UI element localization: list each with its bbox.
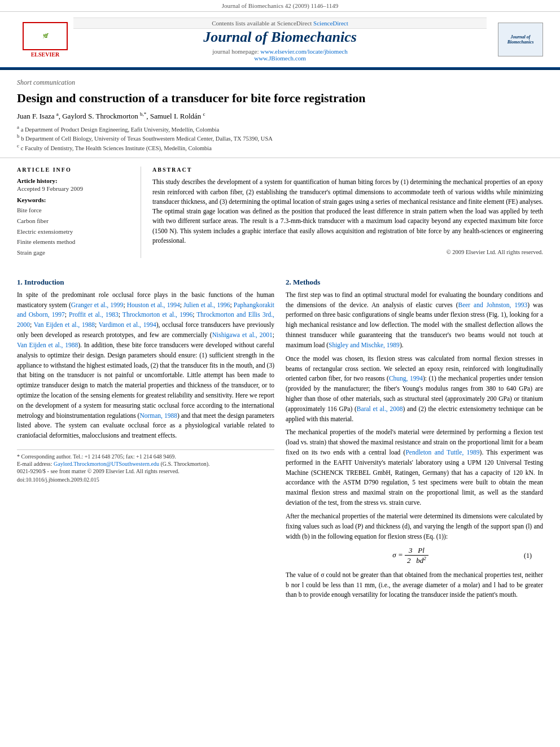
biom-logo-box: Journal ofBiomechanics xyxy=(498,23,543,56)
page: Journal of Biomechanics 42 (2009) 1146–1… xyxy=(0,0,560,747)
section2-para1: The first step was to find an optimal st… xyxy=(286,290,543,351)
ref-granger[interactable]: Granger et al., 1999 xyxy=(71,302,124,308)
formula-line: σ = 3 Pl 2 bd2 (1) xyxy=(286,546,543,565)
keywords-label: Keywords: xyxy=(17,196,132,203)
keyword-3: Electric extensiometry xyxy=(17,226,132,237)
body-two-col: 1. Introduction In spite of the predomin… xyxy=(17,272,543,604)
keyword-2: Carbon fiber xyxy=(17,216,132,226)
article-header: Short communication Design and construct… xyxy=(0,70,560,158)
body-section: 1. Introduction In spite of the predomin… xyxy=(0,267,560,609)
section2-para2: Once the model was chosen, its flexion s… xyxy=(286,354,543,425)
ref-norman[interactable]: Norman, 1988 xyxy=(139,412,177,419)
ref-vard[interactable]: Vardimon et al., 1994 xyxy=(99,321,156,328)
section1-paragraph: In spite of the predominant role occlusa… xyxy=(17,290,274,441)
sciencedirect-link[interactable]: ScienceDirect xyxy=(313,20,348,27)
affiliation-c: c c Faculty of Dentistry, The Health Sci… xyxy=(17,143,543,151)
elsevier-logo-area: 🌿 ELSEVIER xyxy=(17,22,73,58)
section2-cont: The value of σ could not be greater than… xyxy=(286,570,543,600)
article-info-header: ARTICLE INFO xyxy=(17,167,132,173)
footnote-email: E-mail address: Gaylord.Throckmorton@UTS… xyxy=(17,461,274,467)
elsevier-box-icon: 🌿 xyxy=(23,22,68,50)
footnote-email-link[interactable]: Gaylord.Throckmorton@UTSouthwestern.edu xyxy=(54,461,159,467)
history-label: Article history: xyxy=(17,177,132,184)
biom-logo-area: Journal ofBiomechanics xyxy=(487,23,543,56)
formula-number: (1) xyxy=(524,552,532,560)
affiliation-a: a a Department of Product Design Enginee… xyxy=(17,124,543,133)
keyword-5: Strain gage xyxy=(17,247,132,258)
section2-title: 2. Methods xyxy=(286,278,543,287)
copyright: © 2009 Elsevier Ltd. All rights reserved… xyxy=(152,249,543,255)
ref-vaneij1[interactable]: Van Eijden et al., 1988 xyxy=(34,321,95,328)
homepage-label: journal homepage: xyxy=(212,48,259,55)
ref-vaneij2[interactable]: Van Eijden et al., 1988 xyxy=(17,342,78,348)
authors: Juan F. Isaza a, Gaylord S. Throckmorton… xyxy=(17,111,543,121)
body-right-col: 2. Methods The first step was to find an… xyxy=(286,272,543,604)
journal-title-area: Contents lists available at ScienceDirec… xyxy=(73,18,487,62)
ref-julien[interactable]: Julien et al., 1996 xyxy=(183,302,230,308)
footnote-doi: doi:10.1016/j.jbiomech.2009.02.015 xyxy=(17,477,274,483)
ref-beer[interactable]: Beer and Johnston, 1993 xyxy=(458,302,527,308)
contents-text: Contents lists available at ScienceDirec… xyxy=(212,20,312,27)
abstract-text: This study describes the development of … xyxy=(152,177,543,246)
body-left-col: 1. Introduction In spite of the predomin… xyxy=(17,272,274,604)
ref-pendleton[interactable]: Pendleton and Tuttle, 1989 xyxy=(405,449,479,456)
article-title: Design and construction of a transducer … xyxy=(17,90,543,107)
keyword-4: Finite elements method xyxy=(17,237,132,247)
section2-para3: The mechanical properties of the model's… xyxy=(286,427,543,508)
journal-url1[interactable]: www.elsevier.com/locate/jbiomech xyxy=(260,48,347,55)
ref-chung[interactable]: Chung, 1994 xyxy=(389,375,423,382)
section2-para4: After the mechanical properties of the m… xyxy=(286,512,543,541)
section1-title: 1. Introduction xyxy=(17,278,274,287)
header-section: 🌿 ELSEVIER Contents lists available at S… xyxy=(0,12,560,68)
journal-subtitle: journal homepage: www.elsevier.com/locat… xyxy=(73,48,487,62)
article-info-abstract: ARTICLE INFO Article history: Accepted 9… xyxy=(0,158,560,266)
footnote-copyright: 0021-9290/$ - see front matter © 2009 El… xyxy=(17,468,274,474)
journal-top-bar: Journal of Biomechanics 42 (2009) 1146–1… xyxy=(0,0,560,12)
ref-proffit[interactable]: Proffit et al., 1983 xyxy=(69,311,119,318)
article-info-column: ARTICLE INFO Article history: Accepted 9… xyxy=(17,167,141,257)
formula-display: σ = 3 Pl 2 bd2 xyxy=(392,546,428,565)
ref-baral[interactable]: Baral et al., 2008 xyxy=(357,405,403,412)
accepted-date: Accepted 9 February 2009 xyxy=(17,185,132,192)
ref-throck1[interactable]: Throckmorton et al., 1996 xyxy=(123,311,193,318)
footnote-section: * Corresponding author. Tel.: +1 214 648… xyxy=(17,449,274,483)
abstract-column: ABSTRACT This study describes the develo… xyxy=(152,167,543,257)
contents-bar: Contents lists available at ScienceDirec… xyxy=(73,18,487,29)
ref-shigley[interactable]: Shigley and Mischke, 1989 xyxy=(329,342,400,348)
article-type: Short communication xyxy=(17,78,543,87)
journal-url2[interactable]: www.JBiomech.com xyxy=(254,55,306,62)
footnote-corresponding: * Corresponding author. Tel.: +1 214 648… xyxy=(17,453,274,460)
keyword-1: Bite force xyxy=(17,205,132,216)
ref-houston[interactable]: Houston et al., 1994 xyxy=(127,302,180,308)
ref-nishi[interactable]: Nishigawa et al., 2001 xyxy=(212,331,273,338)
abstract-header: ABSTRACT xyxy=(152,167,543,173)
journal-citation: Journal of Biomechanics 42 (2009) 1146–1… xyxy=(222,2,339,9)
keywords-list: Bite force Carbon fiber Electric extensi… xyxy=(17,205,132,257)
journal-title: Journal of Biomechanics xyxy=(73,29,487,46)
affiliation-b: b b Department of Cell Biology, Universi… xyxy=(17,133,543,142)
elsevier-logo: 🌿 ELSEVIER xyxy=(17,22,73,58)
elsevier-text: ELSEVIER xyxy=(31,51,60,58)
